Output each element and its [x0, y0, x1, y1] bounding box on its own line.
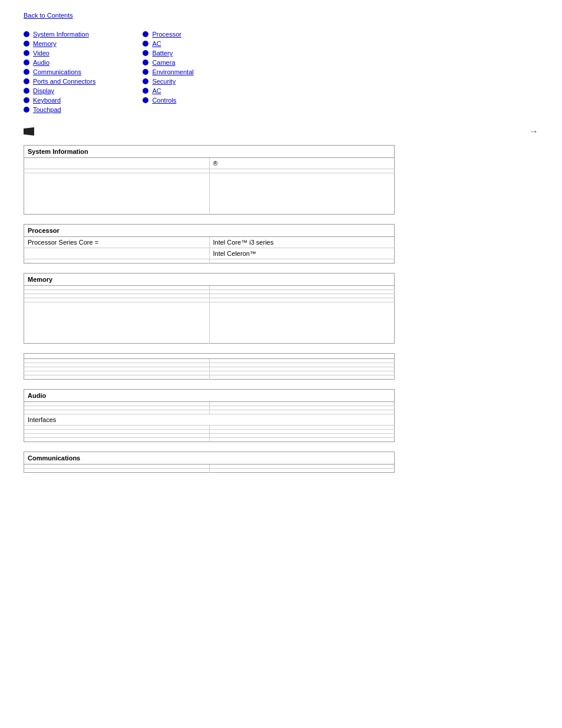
table-row [24, 426, 395, 430]
table-row [24, 402, 395, 406]
bullet-icon [24, 31, 29, 37]
nav-columns: System Information Memory Video Audio Co… [24, 31, 538, 116]
row-value [209, 298, 395, 302]
table-row [24, 375, 395, 380]
row-label [24, 402, 210, 406]
nav-item-left-1[interactable]: Memory [24, 40, 95, 47]
table4-header [24, 354, 395, 359]
row-value [209, 371, 395, 375]
bullet-icon [24, 69, 29, 75]
nav-item-left-6[interactable]: Display [24, 87, 95, 94]
nav-item-right-3[interactable]: Camera [143, 59, 193, 66]
row-label [24, 430, 210, 434]
nav-item-left-4[interactable]: Communications [24, 68, 95, 75]
row-value [209, 430, 395, 434]
bullet-icon [24, 60, 29, 65]
table-row [24, 406, 395, 410]
row-label [24, 290, 210, 294]
table4 [24, 353, 395, 380]
bullet-icon [24, 41, 29, 47]
row-value [209, 173, 395, 215]
bullet-icon [143, 78, 148, 84]
table-row [24, 359, 395, 363]
table-row [24, 367, 395, 371]
bullet-icon [143, 69, 148, 75]
row-label [24, 359, 210, 363]
row-value [209, 294, 395, 298]
row-value [209, 359, 395, 363]
table-row [24, 363, 395, 367]
system-info-header: System Information [24, 146, 395, 158]
note-icon [24, 127, 34, 136]
table-row [24, 173, 395, 215]
bullet-icon [143, 97, 148, 103]
table-row: Processor Series Core = Intel Core™ i3 s… [24, 237, 395, 248]
nav-item-left-3[interactable]: Audio [24, 59, 95, 66]
top-link-container: Back to Contents [24, 12, 538, 19]
table-row [24, 410, 395, 414]
nav-col-right: Processor AC Battery Camera Environmenta… [143, 31, 193, 116]
nav-item-right-6[interactable]: AC [143, 87, 193, 94]
row-value [209, 410, 395, 414]
row-label [24, 410, 210, 414]
bullet-icon [24, 78, 29, 84]
row-value [209, 465, 395, 469]
row-label [24, 298, 210, 302]
bullet-icon [24, 88, 29, 94]
table-row [24, 290, 395, 294]
nav-item-right-5[interactable]: Security [143, 78, 193, 85]
row-label [24, 371, 210, 375]
row-label [24, 158, 210, 169]
row-value: Intel Core™ i3 series [209, 237, 395, 248]
row-label [24, 465, 210, 469]
row-value [209, 406, 395, 410]
row-value [209, 169, 395, 173]
arrow-icon: → [529, 126, 538, 137]
nav-item-left-2[interactable]: Video [24, 50, 95, 57]
table-row: ® [24, 158, 395, 169]
nav-item-left-5[interactable]: Ports and Connectors [24, 78, 95, 85]
nav-item-left-8[interactable]: Touchpad [24, 106, 95, 113]
audio-header: Audio [24, 390, 395, 402]
memory-table: Memory [24, 273, 395, 344]
row-label [24, 375, 210, 380]
bullet-icon [143, 88, 148, 94]
row-label [24, 173, 210, 215]
row-value [209, 434, 395, 438]
table-row [24, 169, 395, 173]
communications-table: Communications [24, 452, 395, 473]
row-value [209, 402, 395, 406]
nav-item-right-4[interactable]: Environmental [143, 68, 193, 75]
row-value: ® [209, 158, 395, 169]
row-label [24, 434, 210, 438]
table-row [24, 302, 395, 344]
table-row [24, 294, 395, 298]
row-value [209, 367, 395, 371]
row-label [24, 169, 210, 173]
row-label [24, 363, 210, 367]
bullet-icon [24, 97, 29, 103]
nav-item-right-1[interactable]: AC [143, 40, 193, 47]
nav-item-right-0[interactable]: Processor [143, 31, 193, 38]
row-label [24, 286, 210, 290]
nav-item-right-7[interactable]: Controls [143, 97, 193, 104]
row-label [24, 406, 210, 410]
system-info-table: System Information ® [24, 145, 395, 215]
row-value [209, 375, 395, 380]
communications-header: Communications [24, 452, 395, 465]
nav-item-left-0[interactable]: System Information [24, 31, 95, 38]
row-value [209, 286, 395, 290]
row-label [24, 259, 210, 263]
bullet-icon [24, 107, 29, 113]
row-label [24, 438, 210, 442]
nav-item-left-7[interactable]: Keyboard [24, 97, 95, 104]
table-row [24, 438, 395, 442]
table-row [24, 465, 395, 469]
row-value [209, 290, 395, 294]
bullet-icon [143, 60, 148, 65]
nav-item-right-2[interactable]: Battery [143, 50, 193, 57]
nav-col-left: System Information Memory Video Audio Co… [24, 31, 95, 116]
row-label [24, 302, 210, 344]
row-value [209, 363, 395, 367]
back-to-contents-link[interactable]: Back to Contents [24, 12, 73, 19]
